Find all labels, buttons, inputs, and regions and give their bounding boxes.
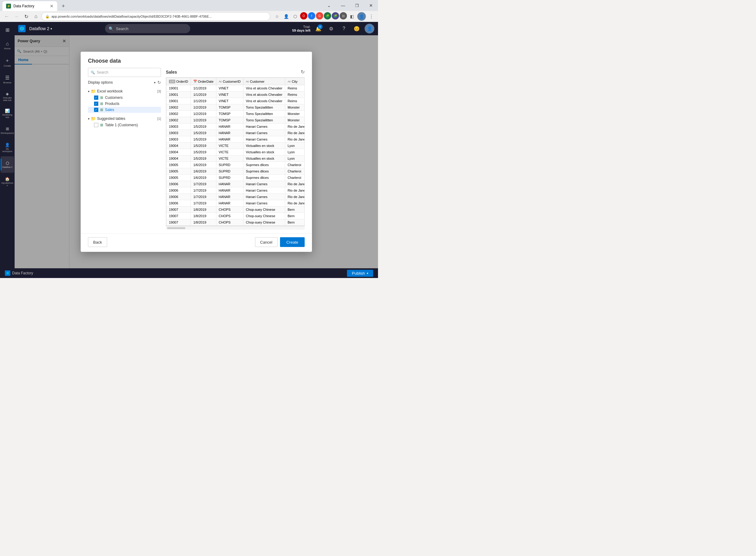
extensions-icon[interactable]: ⬡ — [291, 12, 299, 21]
excel-folder-header[interactable]: ▾ 📁 Excel workbook [3] — [88, 88, 161, 95]
tree-item-customers[interactable]: ✓ ⊞ Customers — [88, 95, 161, 101]
table-row: 190041/5/2019VICTEVictuailles en stockLy… — [166, 155, 305, 162]
settings-btn[interactable]: ⚙ — [326, 24, 336, 33]
star-bookmark-icon[interactable]: ☆ — [273, 12, 281, 21]
address-bar[interactable]: 🔒 app.powerbi.com/workloads/dataflows/ed… — [41, 12, 270, 21]
sidebar-waffle-icon[interactable]: ⊞ — [1, 23, 14, 36]
table-row: 190011/1/2019VINETVins et alcools Cheval… — [166, 85, 305, 92]
ext6[interactable]: ⊡ — [340, 12, 347, 20]
table-cell: 19002 — [166, 104, 191, 111]
dataflow-name-label: Dataflow 2 — [29, 26, 49, 31]
browser-ext-actions: ☆ 👤 ⬡ O f G 🧩 🧩 ⊡ ◧ — [273, 12, 356, 21]
table-row: 190011/1/2019VINETVins et alcools Cheval… — [166, 92, 305, 98]
back-nav-btn[interactable]: ← — [2, 12, 11, 21]
browser-menu-icon[interactable]: ⋮ — [367, 12, 375, 21]
table-cell: 19003 — [166, 136, 191, 143]
table-row: 190021/2/2019TOMSPToms SpezialitttenMons… — [166, 104, 305, 111]
excel-workbook-folder: ▾ 📁 Excel workbook [3] ✓ ⊞ — [88, 88, 161, 113]
tree-item-products[interactable]: ✓ ⊞ Products — [88, 101, 161, 107]
table-cell: 19005 — [166, 175, 191, 181]
sidebar-item-home[interactable]: ⌂ Home — [1, 37, 14, 54]
user-avatar[interactable]: 👤 — [365, 24, 374, 33]
table-cell: VINET — [216, 85, 243, 92]
sidebar-item-dataflow[interactable]: ⬡ Dataflow 2 — [1, 157, 14, 173]
user-profile-btn[interactable]: 👤 — [357, 12, 366, 21]
table-row: 190061/7/2019HANARHanari CarnesRio de Ja… — [166, 194, 305, 200]
help-btn[interactable]: ? — [339, 24, 349, 33]
back-btn[interactable]: Back — [88, 237, 107, 247]
products-checkbox[interactable]: ✓ — [94, 102, 98, 106]
table-row: 190011/1/2019VINETVins et alcools Cheval… — [166, 98, 305, 104]
create-icon: ＋ — [5, 58, 10, 64]
forward-nav-btn[interactable]: → — [12, 12, 21, 21]
sales-label: Sales — [105, 108, 114, 112]
home-nav-btn[interactable]: ⌂ — [32, 12, 40, 21]
new-tab-btn[interactable]: + — [59, 1, 68, 11]
ext4[interactable]: 🧩 — [324, 12, 331, 20]
table-cell: Toms Spezialittten — [243, 111, 285, 117]
trial-info: Trial: 59 days left — [292, 25, 310, 32]
search-input-bar[interactable]: 🔍 Search — [105, 24, 190, 33]
ext5[interactable]: 🧩 — [332, 12, 339, 20]
table-cell: 1/2/2019 — [191, 117, 216, 124]
user-face-btn[interactable]: 😊 — [352, 24, 362, 33]
suggested-tables-folder: ▾ 📁 Suggested tables [1] ⊞ — [88, 115, 161, 128]
ext1[interactable]: O — [300, 12, 307, 20]
sidebar-item-onelake[interactable]: ◈ OneLakedata hub — [1, 88, 14, 105]
collapse-btn[interactable]: ⌄ — [322, 1, 336, 10]
notification-btn[interactable]: 🔔 5 — [314, 24, 323, 33]
table-cell: Monster — [285, 111, 305, 117]
tab-close-icon[interactable]: ✕ — [50, 4, 54, 8]
tree-item-sales[interactable]: ✓ ⊞ Sales — [88, 107, 161, 113]
cancel-btn[interactable]: Cancel — [255, 237, 277, 247]
profile-icon[interactable]: 👤 — [282, 12, 290, 21]
sidebar-item-browse[interactable]: ☰ Browse — [1, 71, 14, 88]
table-cell: Victuailles en stock — [243, 155, 285, 162]
create-btn[interactable]: Create — [280, 237, 305, 247]
table-cell: 19003 — [166, 124, 191, 130]
sidebar-toggle-icon[interactable]: ◧ — [348, 12, 356, 21]
modal-header: Choose data — [81, 52, 312, 68]
refresh-nav-btn[interactable]: ↻ — [22, 12, 30, 21]
sidebar-item-myworkspace[interactable]: 👤 Myworkspace — [1, 139, 14, 156]
table-cell: Hanari Carnes — [243, 136, 285, 143]
display-options-row[interactable]: Display options ▾ ↻ — [88, 79, 161, 85]
minimize-btn[interactable]: — — [336, 1, 350, 10]
close-btn[interactable]: ✕ — [364, 1, 378, 10]
table-cell: Reims — [285, 92, 305, 98]
tree-refresh-btn[interactable]: ↻ — [157, 80, 161, 85]
suggested-folder-header[interactable]: ▾ 📁 Suggested tables [1] — [88, 115, 161, 122]
table-cell: CHOPS — [216, 219, 243, 226]
ext2[interactable]: f — [308, 12, 315, 20]
h-scroll-bar[interactable] — [166, 226, 305, 230]
suggested-folder-icon: 📁 — [91, 116, 96, 121]
suggested-folder-count: [1] — [157, 117, 161, 120]
table-cell: Victuailles en stock — [243, 149, 285, 155]
table-cell: 1/8/2019 — [191, 207, 216, 213]
ext3[interactable]: G — [316, 12, 323, 20]
table-cell: Hanari Carnes — [243, 181, 285, 187]
table-cell: 1/1/2019 — [191, 98, 216, 104]
dataflow-name-btn[interactable]: Dataflow 2 ▾ — [29, 26, 52, 31]
status-app-name: Data Factory — [12, 271, 33, 275]
tree-item-table1[interactable]: ⊞ Table 1 (Customers) — [88, 122, 161, 128]
table-cell: 1/2/2019 — [191, 111, 216, 117]
data-table-wrapper[interactable]: 123 OrderID 📅 OrderDate — [166, 77, 305, 226]
table1-label: Table 1 (Customers) — [105, 123, 138, 127]
tree-search-input[interactable]: 🔍 Search — [88, 68, 161, 77]
table-cell: 19001 — [166, 98, 191, 104]
sidebar-item-workspaces[interactable]: ⊞ Workspaces — [1, 122, 14, 139]
table1-checkbox[interactable] — [94, 123, 98, 127]
sales-checkbox[interactable]: ✓ — [94, 108, 98, 112]
col-orderid: 123 OrderID — [166, 78, 191, 85]
publish-btn[interactable]: Publish ▾ — [347, 270, 373, 277]
active-tab[interactable]: ⚡ Data Factory ✕ — [2, 1, 57, 11]
data-refresh-btn[interactable]: ↻ — [301, 69, 305, 75]
sidebar-item-mylakehouse[interactable]: 🏠 myLakehouse — [1, 173, 14, 190]
table-cell: Hanari Carnes — [243, 187, 285, 194]
sidebar-item-monitoring[interactable]: 📊 Monitoringhub — [1, 105, 14, 121]
customers-checkbox[interactable]: ✓ — [94, 96, 98, 100]
sidebar-item-create[interactable]: ＋ Create — [1, 54, 14, 71]
restore-btn[interactable]: ❐ — [350, 1, 364, 10]
content-area: Power Query ✕ 🔍 Search (Alt + Q) Home — [14, 35, 378, 268]
